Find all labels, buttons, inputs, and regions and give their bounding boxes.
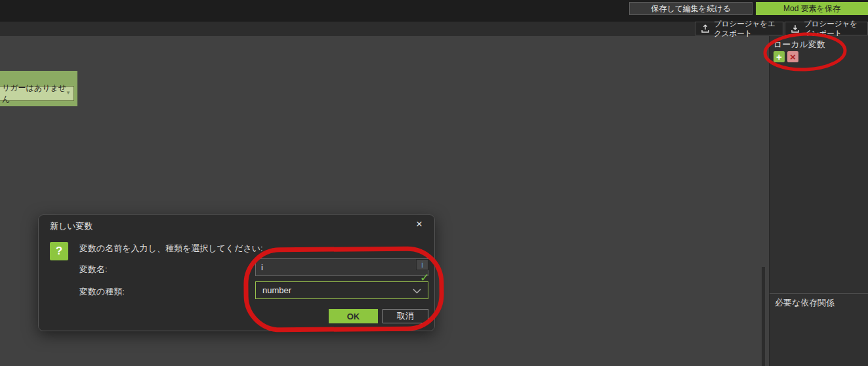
save-and-continue-button[interactable]: 保存して編集を続ける	[629, 2, 753, 15]
variable-name-label: 変数名:	[79, 264, 108, 275]
export-procedure-label: プロシージャをエクスポート	[714, 19, 777, 39]
variable-name-input[interactable]	[255, 258, 428, 276]
variable-type-value: number	[262, 285, 291, 295]
dependencies-title: 必要な依存関係	[775, 297, 835, 309]
procedure-toolbar: プロシージャをエクスポート プロシージャをインポート	[0, 22, 868, 36]
right-sidebar: ローカル変数 + × 必要な依存関係	[769, 36, 868, 366]
dependencies-section: 必要な依存関係	[770, 293, 868, 294]
app-window: 保存して編集を続ける Mod 要素を保存 プロシージャをエクスポート プロシージ…	[0, 0, 868, 366]
save-mod-element-button[interactable]: Mod 要素を保存	[756, 2, 868, 15]
x-icon: ×	[790, 52, 796, 62]
add-variable-button[interactable]: +	[774, 51, 785, 62]
dialog-message: 変数の名前を入力し、種類を選択してください:	[79, 243, 263, 254]
trigger-dropdown-label: リガーはありません	[2, 83, 73, 105]
export-procedure-button[interactable]: プロシージャをエクスポート	[695, 22, 783, 35]
trigger-dropdown[interactable]: リガーはありません ▼	[0, 86, 74, 101]
dropdown-triangle-icon: ▼	[66, 91, 71, 96]
dialog-title: 新しい変数	[50, 220, 93, 232]
close-icon[interactable]: ×	[412, 217, 426, 232]
cancel-button[interactable]: 取消	[382, 309, 428, 323]
delete-variable-button[interactable]: ×	[787, 51, 798, 62]
variable-type-label: 変数の種類:	[79, 286, 125, 298]
canvas-scrollbar-thumb[interactable]	[762, 267, 765, 366]
download-icon	[791, 24, 800, 33]
suggestion-label: i	[421, 260, 423, 270]
chevron-down-icon	[413, 289, 421, 294]
import-procedure-button[interactable]: プロシージャをインポート	[785, 22, 868, 35]
ok-button[interactable]: OK	[329, 309, 378, 323]
question-mark-glyph: ?	[56, 245, 62, 258]
new-variable-dialog: 新しい変数 × ? 変数の名前を入力し、種類を選択してください: 変数名: i …	[38, 214, 435, 331]
upload-icon	[701, 24, 710, 33]
autocomplete-suggestion[interactable]: i	[416, 259, 428, 270]
plus-icon: +	[776, 52, 782, 62]
trigger-node: リガーはありません ▼	[0, 71, 77, 106]
local-variables-title: ローカル変数	[774, 39, 825, 51]
import-procedure-label: プロシージャをインポート	[804, 19, 862, 39]
question-mark-icon: ?	[50, 242, 68, 260]
variable-type-select[interactable]: number	[255, 281, 428, 299]
